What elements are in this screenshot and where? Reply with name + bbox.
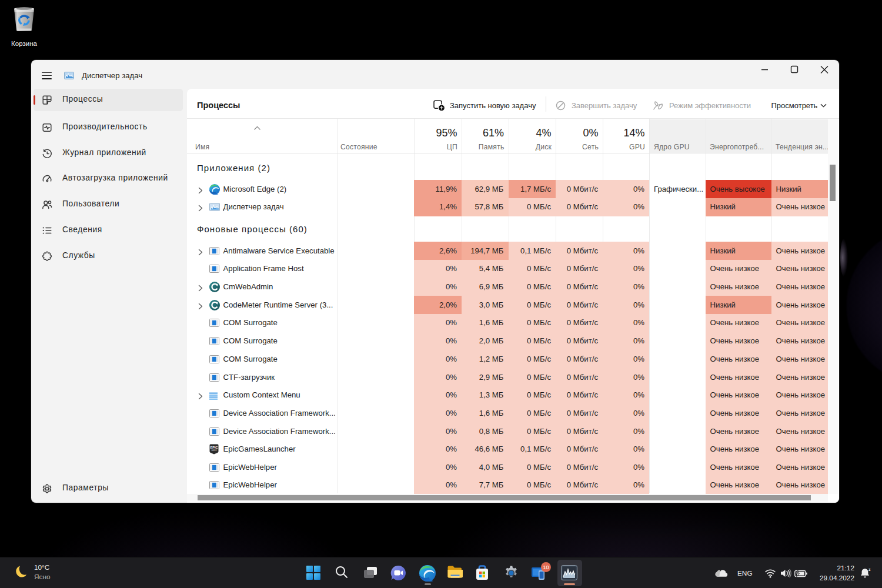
- svg-text:EPIC: EPIC: [210, 446, 218, 449]
- svg-text:z: z: [868, 567, 871, 572]
- svg-text:GAMES: GAMES: [211, 450, 217, 452]
